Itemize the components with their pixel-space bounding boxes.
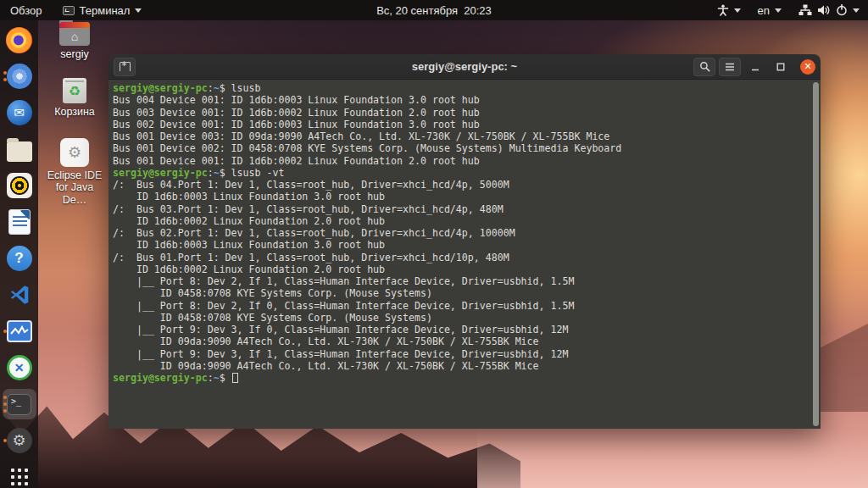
writer-icon xyxy=(6,208,33,236)
dock-item-system-monitor[interactable] xyxy=(3,316,36,347)
chevron-down-icon xyxy=(734,8,741,13)
running-indicator xyxy=(3,71,7,81)
help-icon: ? xyxy=(6,245,33,272)
terminal-line: ID 0458:0708 KYE Systems Corp. (Mouse Sy… xyxy=(113,312,815,324)
app-grid-icon xyxy=(6,463,33,488)
dock-item-app-grid[interactable] xyxy=(3,462,36,488)
files-icon xyxy=(6,136,33,163)
thunderbird-icon: ✉ xyxy=(6,99,33,126)
system-menu[interactable] xyxy=(790,0,868,20)
chevron-down-icon xyxy=(135,8,142,13)
app-menu-button[interactable]: Терминал xyxy=(53,0,153,20)
terminal-app-icon xyxy=(63,6,75,15)
chevron-down-icon xyxy=(853,8,860,13)
dock-item-firefox[interactable] xyxy=(3,25,36,55)
volume-icon xyxy=(817,4,831,16)
terminal-line: ID 1d6b:0003 Linux Foundation 3.0 root h… xyxy=(113,239,815,251)
terminal-line: ID 1d6b:0002 Linux Foundation 2.0 root h… xyxy=(113,263,815,275)
terminal-line: |__ Port 8: Dev 2, If 1, Class=Human Int… xyxy=(113,275,815,287)
gear-icon: ⚙ xyxy=(6,427,33,454)
desktop-icon-label: Корзина xyxy=(54,106,95,118)
accessibility-menu[interactable] xyxy=(709,0,749,20)
terminal-line: ID 09da:9090 A4Tech Co., Ltd. XL-730K / … xyxy=(113,336,815,347)
terminal-content[interactable]: sergiy@sergiy-pc:~$ lsusbBus 004 Device … xyxy=(108,80,821,429)
dock-item-help[interactable]: ? xyxy=(3,243,36,274)
search-icon xyxy=(699,61,710,72)
dock-item-thunderbird[interactable]: ✉ xyxy=(3,97,36,128)
terminal-line: Bus 002 Device 001: ID 1d6b:0003 Linux F… xyxy=(113,119,815,130)
desktop: Обзор Терминал Вс, 20 сентября 20:23 en xyxy=(0,0,868,488)
terminal-line: |__ Port 9: Dev 3, If 0, Class=Human Int… xyxy=(113,324,815,336)
power-icon xyxy=(836,4,848,16)
terminal-line: ID 0458:0708 KYE Systems Corp. (Mouse Sy… xyxy=(113,287,815,299)
dock-item-libreoffice-writer[interactable] xyxy=(3,207,36,237)
terminal-line: sergiy@sergiy-pc:~$ lsusb xyxy=(113,82,815,94)
app-menu-label: Терминал xyxy=(80,4,131,17)
new-tab-icon xyxy=(120,62,131,71)
x-app-icon: ✕ xyxy=(6,354,33,381)
terminal-line: /: Bus 02.Port 1: Dev 1, Class=root_hub,… xyxy=(113,227,815,239)
snow-patch xyxy=(477,429,868,488)
language-menu[interactable]: en xyxy=(749,0,790,20)
terminal-line: ID 09da:9090 A4Tech Co., Ltd. XL-730K / … xyxy=(113,360,815,372)
new-tab-button[interactable] xyxy=(114,58,136,76)
activities-label: Обзор xyxy=(10,4,42,17)
terminal-line: sergiy@sergiy-pc:~$ lsusb -vt xyxy=(113,167,815,179)
rhythmbox-icon xyxy=(6,172,33,199)
desktop-icon-home-folder[interactable]: ⌂sergiy xyxy=(42,22,107,60)
accessibility-icon xyxy=(717,4,729,16)
minimize-icon xyxy=(751,63,760,71)
dock-item-files[interactable] xyxy=(3,134,36,164)
dock-item-terminal[interactable]: >_ xyxy=(3,389,36,419)
menu-button[interactable] xyxy=(719,58,741,76)
hamburger-menu-icon xyxy=(725,63,735,71)
terminal-line: |__ Port 9: Dev 3, If 1, Class=Human Int… xyxy=(113,348,815,360)
scrollbar[interactable] xyxy=(813,82,819,426)
dock-item-vscode[interactable] xyxy=(3,280,36,310)
dock-item-x-app[interactable]: ✕ xyxy=(3,352,36,383)
terminal-line: Bus 001 Device 001: ID 1d6b:0002 Linux F… xyxy=(113,155,815,167)
terminal-line: /: Bus 04.Port 1: Dev 1, Class=root_hub,… xyxy=(113,179,815,191)
terminal-line: Bus 001 Device 002: ID 0458:0708 KYE Sys… xyxy=(113,142,815,154)
dock: ✉?✕>_⚙ xyxy=(0,20,38,488)
terminal-line: Bus 004 Device 001: ID 1d6b:0003 Linux F… xyxy=(113,94,815,106)
terminal-line: ID 1d6b:0002 Linux Foundation 2.0 root h… xyxy=(113,215,815,227)
home-folder-icon: ⌂ xyxy=(59,22,90,46)
terminal-line: Bus 001 Device 003: ID 09da:9090 A4Tech … xyxy=(113,130,815,142)
dock-item-chromium[interactable] xyxy=(3,61,36,92)
network-wired-icon xyxy=(798,4,812,16)
search-button[interactable] xyxy=(693,58,715,76)
terminal-titlebar[interactable]: sergiy@sergiy-pc: ~ xyxy=(108,54,821,80)
terminal-line: ID 1d6b:0003 Linux Foundation 3.0 root h… xyxy=(113,191,815,202)
running-indicator xyxy=(3,439,7,442)
desktop-icon-label: sergiy xyxy=(60,48,88,60)
activities-button[interactable]: Обзор xyxy=(0,0,53,20)
running-indicator xyxy=(3,330,7,333)
desktop-icon-trash[interactable]: ♻Корзина xyxy=(42,78,107,118)
terminal-line: /: Bus 01.Port 1: Dev 1, Class=root_hub,… xyxy=(113,252,815,263)
top-bar: Обзор Терминал Вс, 20 сентября 20:23 en xyxy=(0,0,868,20)
close-icon: ✕ xyxy=(804,61,811,72)
terminal-window: sergiy@sergiy-pc: ~ xyxy=(108,54,821,429)
chevron-down-icon xyxy=(775,8,782,13)
dock-item-settings[interactable]: ⚙ xyxy=(3,425,36,456)
firefox-icon xyxy=(6,26,33,53)
trash-icon: ♻ xyxy=(63,78,86,103)
terminal-line: /: Bus 03.Port 1: Dev 1, Class=root_hub,… xyxy=(113,203,815,215)
minimize-button[interactable] xyxy=(744,58,766,76)
terminal-line: |__ Port 8: Dev 2, If 0, Class=Human Int… xyxy=(113,300,815,312)
chromium-icon xyxy=(6,63,33,90)
dock-item-rhythmbox[interactable] xyxy=(3,170,36,201)
desktop-icon-eclipse[interactable]: ⚙Eclipse IDE for Java De… xyxy=(42,138,107,206)
vscode-icon xyxy=(6,281,33,308)
maximize-button[interactable] xyxy=(770,58,792,76)
desktop-icon-label: Eclipse IDE for Java De… xyxy=(42,169,107,206)
system-monitor-icon xyxy=(6,318,33,345)
running-indicator xyxy=(3,396,7,413)
terminal-icon: >_ xyxy=(6,391,33,418)
eclipse-gear-icon: ⚙ xyxy=(60,138,89,167)
terminal-line: Bus 003 Device 001: ID 1d6b:0002 Linux F… xyxy=(113,107,815,119)
terminal-line: sergiy@sergiy-pc:~$ xyxy=(113,372,815,384)
maximize-icon xyxy=(776,63,785,71)
close-button[interactable]: ✕ xyxy=(800,59,815,75)
